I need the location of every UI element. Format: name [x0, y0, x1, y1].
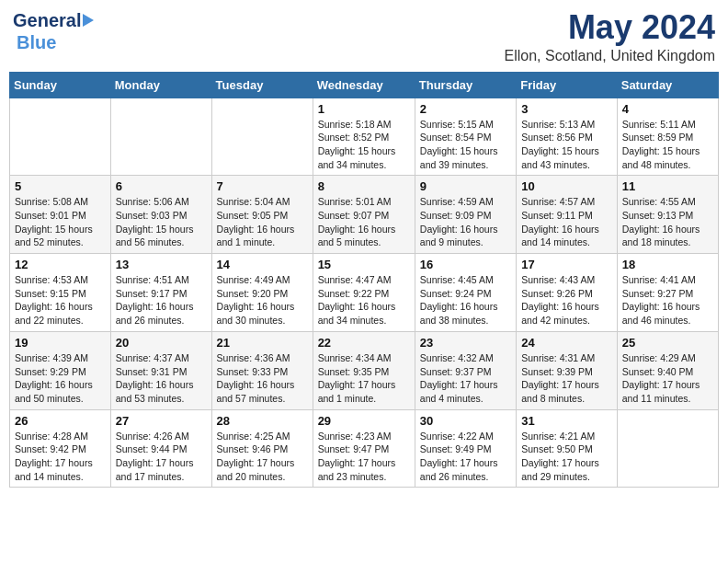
day-info: Sunrise: 4:21 AMSunset: 9:50 PMDaylight:…	[521, 430, 612, 484]
day-number: 26	[15, 414, 106, 428]
calendar-cell: 25Sunrise: 4:29 AMSunset: 9:40 PMDayligh…	[617, 331, 718, 409]
day-info: Sunrise: 5:01 AMSunset: 9:07 PMDaylight:…	[318, 195, 410, 249]
day-info: Sunrise: 4:28 AMSunset: 9:42 PMDaylight:…	[15, 430, 106, 484]
calendar-cell	[617, 409, 718, 488]
calendar-week-row: 5Sunrise: 5:08 AMSunset: 9:01 PMDaylight…	[10, 176, 719, 254]
day-info: Sunrise: 5:18 AMSunset: 8:52 PMDaylight:…	[318, 118, 410, 172]
col-monday: Monday	[110, 72, 211, 98]
calendar-cell: 16Sunrise: 4:45 AMSunset: 9:24 PMDayligh…	[415, 254, 516, 332]
day-number: 14	[217, 258, 308, 271]
col-thursday: Thursday	[415, 72, 516, 98]
day-number: 31	[521, 414, 612, 428]
calendar-cell: 7Sunrise: 5:04 AMSunset: 9:05 PMDaylight…	[211, 176, 313, 254]
logo: General Blue	[13, 9, 94, 53]
day-number: 4	[622, 102, 713, 116]
day-number: 12	[15, 258, 106, 271]
location-title: Ellon, Scotland, United Kingdom	[505, 48, 715, 64]
day-info: Sunrise: 4:55 AMSunset: 9:13 PMDaylight:…	[622, 195, 713, 249]
calendar-cell: 29Sunrise: 4:23 AMSunset: 9:47 PMDayligh…	[313, 409, 415, 488]
day-number: 30	[420, 414, 511, 428]
day-info: Sunrise: 4:31 AMSunset: 9:39 PMDaylight:…	[521, 351, 612, 406]
day-number: 21	[217, 336, 308, 350]
calendar-cell: 14Sunrise: 4:49 AMSunset: 9:20 PMDayligh…	[211, 254, 313, 332]
day-info: Sunrise: 4:59 AMSunset: 9:09 PMDaylight:…	[420, 195, 511, 249]
calendar-cell: 19Sunrise: 4:39 AMSunset: 9:29 PMDayligh…	[10, 331, 111, 409]
calendar-cell: 1Sunrise: 5:18 AMSunset: 8:52 PMDaylight…	[313, 98, 415, 176]
col-saturday: Saturday	[617, 72, 718, 98]
day-number: 17	[521, 258, 612, 271]
day-info: Sunrise: 4:32 AMSunset: 9:37 PMDaylight:…	[420, 351, 511, 406]
day-info: Sunrise: 4:23 AMSunset: 9:47 PMDaylight:…	[318, 430, 410, 484]
day-info: Sunrise: 5:06 AMSunset: 9:03 PMDaylight:…	[116, 195, 207, 249]
calendar-cell: 8Sunrise: 5:01 AMSunset: 9:07 PMDaylight…	[313, 176, 415, 254]
day-info: Sunrise: 4:49 AMSunset: 9:20 PMDaylight:…	[217, 273, 308, 327]
day-info: Sunrise: 5:08 AMSunset: 9:01 PMDaylight:…	[15, 195, 106, 249]
day-number: 9	[420, 179, 511, 193]
day-number: 23	[420, 336, 511, 350]
col-sunday: Sunday	[10, 72, 111, 98]
day-info: Sunrise: 4:43 AMSunset: 9:26 PMDaylight:…	[521, 273, 612, 327]
day-info: Sunrise: 5:11 AMSunset: 8:59 PMDaylight:…	[622, 118, 713, 172]
col-wednesday: Wednesday	[313, 72, 415, 98]
day-number: 24	[521, 336, 612, 350]
calendar-cell: 28Sunrise: 4:25 AMSunset: 9:46 PMDayligh…	[211, 409, 313, 488]
day-number: 18	[622, 258, 713, 271]
day-info: Sunrise: 4:29 AMSunset: 9:40 PMDaylight:…	[622, 351, 713, 406]
day-number: 20	[116, 336, 207, 350]
calendar-cell: 27Sunrise: 4:26 AMSunset: 9:44 PMDayligh…	[110, 409, 211, 488]
logo-blue-text: Blue	[17, 32, 56, 52]
day-info: Sunrise: 5:15 AMSunset: 8:54 PMDaylight:…	[420, 118, 511, 172]
day-number: 19	[15, 336, 106, 350]
calendar-cell: 10Sunrise: 4:57 AMSunset: 9:11 PMDayligh…	[517, 176, 618, 254]
calendar-cell: 13Sunrise: 4:51 AMSunset: 9:17 PMDayligh…	[110, 254, 211, 332]
calendar-cell: 15Sunrise: 4:47 AMSunset: 9:22 PMDayligh…	[313, 254, 415, 332]
day-number: 10	[521, 179, 612, 193]
calendar-cell: 9Sunrise: 4:59 AMSunset: 9:09 PMDaylight…	[415, 176, 516, 254]
day-info: Sunrise: 4:25 AMSunset: 9:46 PMDaylight:…	[217, 430, 308, 484]
day-info: Sunrise: 5:13 AMSunset: 8:56 PMDaylight:…	[521, 118, 612, 172]
month-title: May 2024	[505, 9, 715, 46]
day-info: Sunrise: 4:39 AMSunset: 9:29 PMDaylight:…	[15, 351, 106, 406]
day-number: 2	[420, 102, 511, 116]
calendar-week-row: 1Sunrise: 5:18 AMSunset: 8:52 PMDaylight…	[10, 98, 719, 176]
day-info: Sunrise: 4:53 AMSunset: 9:15 PMDaylight:…	[15, 273, 106, 327]
calendar-cell: 6Sunrise: 5:06 AMSunset: 9:03 PMDaylight…	[110, 176, 211, 254]
day-number: 15	[318, 258, 410, 271]
day-info: Sunrise: 4:34 AMSunset: 9:35 PMDaylight:…	[318, 351, 410, 406]
calendar-cell: 18Sunrise: 4:41 AMSunset: 9:27 PMDayligh…	[617, 254, 718, 332]
title-block: May 2024 Ellon, Scotland, United Kingdom	[505, 9, 715, 64]
calendar-cell: 23Sunrise: 4:32 AMSunset: 9:37 PMDayligh…	[415, 331, 516, 409]
page-header: General Blue May 2024 Ellon, Scotland, U…	[9, 9, 719, 64]
col-tuesday: Tuesday	[211, 72, 313, 98]
calendar-week-row: 19Sunrise: 4:39 AMSunset: 9:29 PMDayligh…	[10, 331, 719, 409]
calendar-cell: 20Sunrise: 4:37 AMSunset: 9:31 PMDayligh…	[110, 331, 211, 409]
calendar-cell: 2Sunrise: 5:15 AMSunset: 8:54 PMDaylight…	[415, 98, 516, 176]
day-number: 16	[420, 258, 511, 271]
calendar-cell: 11Sunrise: 4:55 AMSunset: 9:13 PMDayligh…	[617, 176, 718, 254]
day-number: 13	[116, 258, 207, 271]
calendar-cell: 4Sunrise: 5:11 AMSunset: 8:59 PMDaylight…	[617, 98, 718, 176]
calendar-week-row: 12Sunrise: 4:53 AMSunset: 9:15 PMDayligh…	[10, 254, 719, 332]
day-info: Sunrise: 4:26 AMSunset: 9:44 PMDaylight:…	[116, 430, 207, 484]
day-info: Sunrise: 4:45 AMSunset: 9:24 PMDaylight:…	[420, 273, 511, 327]
day-number: 6	[116, 179, 207, 193]
logo-general-text: General	[13, 9, 81, 31]
calendar-cell	[110, 98, 211, 176]
day-info: Sunrise: 4:57 AMSunset: 9:11 PMDaylight:…	[521, 195, 612, 249]
calendar-cell	[10, 98, 111, 176]
calendar-week-row: 26Sunrise: 4:28 AMSunset: 9:42 PMDayligh…	[10, 409, 719, 488]
day-number: 3	[521, 102, 612, 116]
day-number: 22	[318, 336, 410, 350]
day-info: Sunrise: 4:37 AMSunset: 9:31 PMDaylight:…	[116, 351, 207, 406]
day-number: 25	[622, 336, 713, 350]
day-info: Sunrise: 4:36 AMSunset: 9:33 PMDaylight:…	[217, 351, 308, 406]
day-info: Sunrise: 5:04 AMSunset: 9:05 PMDaylight:…	[217, 195, 308, 249]
day-info: Sunrise: 4:47 AMSunset: 9:22 PMDaylight:…	[318, 273, 410, 327]
day-info: Sunrise: 4:22 AMSunset: 9:49 PMDaylight:…	[420, 430, 511, 484]
day-number: 7	[217, 179, 308, 193]
calendar-cell: 22Sunrise: 4:34 AMSunset: 9:35 PMDayligh…	[313, 331, 415, 409]
day-number: 1	[318, 102, 410, 116]
day-number: 5	[15, 179, 106, 193]
calendar-cell: 21Sunrise: 4:36 AMSunset: 9:33 PMDayligh…	[211, 331, 313, 409]
calendar-cell: 3Sunrise: 5:13 AMSunset: 8:56 PMDaylight…	[517, 98, 618, 176]
